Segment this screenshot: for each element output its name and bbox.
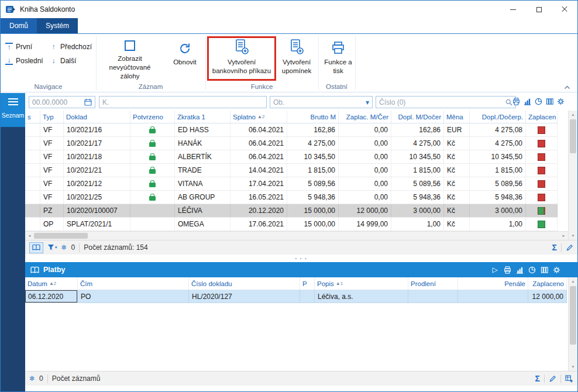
k-filter-input[interactable]: K. [99,96,267,108]
column-header-splatno[interactable]: Splatno▲2 [230,111,287,123]
create-bank-order-button[interactable]: Vytvoření bankovního příkazu [209,36,274,81]
statusbar-right: Σ [535,374,573,383]
column-header-brutto-m[interactable]: Brutto M [287,111,339,123]
table-row[interactable]: 06.12.2020POHL/2020/127Léčiva, a.s.12 00… [25,290,567,303]
column-header-datum[interactable]: Datum▲2 [25,277,78,290]
scroll-track[interactable] [34,232,559,240]
cell: 1 815,00 [287,164,339,177]
last-record-button[interactable]: ↓ Poslední [5,55,43,67]
chart-icon[interactable] [515,266,524,274]
scroll-left-arrow[interactable]: ◄ [25,232,34,240]
table-row[interactable]: VF10/2021/21TRADE14.04.20211 815,000,001… [25,164,558,177]
column-header-typ[interactable]: Typ [40,111,64,123]
column-header-prodlen[interactable]: Prodlení [408,277,458,290]
cislo-search-input[interactable]: Číslo (0) [376,96,516,108]
close-button[interactable] [552,1,577,18]
columns-icon[interactable] [540,266,548,274]
column-header-pen-le[interactable]: Penále [458,277,528,290]
grid-menu-icon[interactable] [567,97,575,105]
filter-icon[interactable]: ▾ [47,244,57,251]
cell: 15 000,00 [287,218,339,231]
snowflake-icon[interactable]: ❄ [61,243,67,252]
next-record-button[interactable]: ↓ Další [50,55,76,67]
sidebar-item-seznam[interactable]: Seznam [2,112,25,119]
column-header-zaplaceno[interactable]: Zaplaceno [528,277,567,290]
scroll-right-arrow[interactable]: ► [559,232,568,240]
columns-icon[interactable] [545,97,553,105]
platby-vertical-scrollbar[interactable]: ▲ ▼ [568,277,577,371]
scroll-down-arrow[interactable]: ▼ [569,363,577,371]
close-icon [561,6,568,13]
collapse-ribbon-chevron[interactable] [564,85,570,90]
scroll-down-arrow[interactable]: ▼ [569,232,577,240]
functions-print-button[interactable]: Funkce a tisk [321,36,355,81]
edit-icon[interactable] [566,244,573,252]
column-header-dopl-m-do-er[interactable]: Dopl. M/Dočer [391,111,444,123]
column-header-popis[interactable]: Popis▲1 [315,277,408,290]
sum-icon[interactable]: Σ [552,243,557,252]
previous-record-button[interactable]: ↑ Předchozí [50,41,92,53]
column-header-label: Dopl./Dočerp. [482,114,523,121]
table-row[interactable]: VF10/2021/25AB GROUP16.05.20215 948,360,… [25,191,558,204]
confirmed-cell [130,204,175,217]
pie-chart-icon[interactable] [534,97,542,105]
create-reminders-button[interactable]: Vytvoření upomínek [278,36,315,81]
vertical-scrollbar[interactable]: ▲ ▼ [568,111,577,240]
column-header-s[interactable]: s [25,111,40,123]
scroll-up-arrow[interactable]: ▲ [569,111,577,119]
minimize-button[interactable] [500,1,526,18]
print-icon[interactable] [503,266,511,274]
date-filter-input[interactable]: 00.00.0000 [29,96,95,108]
pie-chart-icon[interactable] [528,266,536,274]
column-header-dopl-do-erp[interactable]: Dopl./Dočerp. [470,111,526,123]
column-header-potvrzeno[interactable]: Potvrzeno [130,111,175,123]
cell: VF [40,150,64,163]
table-row[interactable]: PZ10/2020/100007LÉČIVA20.12.202015 000,0… [25,204,558,218]
scroll-thumb[interactable] [34,233,88,239]
scroll-thumb[interactable] [570,119,576,153]
detail-view-toggle[interactable] [29,242,43,253]
table-row[interactable]: VF10/2021/16ED HASS06.04.2021162,860,001… [25,123,558,137]
horizontal-scrollbar[interactable]: ◄ ► [25,231,568,240]
edit-icon[interactable] [549,375,556,383]
scroll-track[interactable] [569,286,577,363]
ob-filter-input[interactable]: Ob. ▾ [270,96,373,108]
table-row[interactable]: VF10/2021/12VITANA17.04.20215 089,560,00… [25,177,558,191]
menu-icon[interactable] [8,98,18,107]
show-unbilled-advances-button[interactable]: Zobrazit nevyúčtované zálohy [99,36,161,81]
chart-icon[interactable] [523,97,531,105]
grid-menu-icon[interactable] [565,266,572,274]
scroll-thumb[interactable] [570,286,576,345]
gear-icon[interactable] [552,266,560,274]
refresh-button[interactable]: Obnovit [167,36,203,81]
scroll-track[interactable] [569,119,577,232]
column-header-zaplacen[interactable]: Zaplacen [526,111,558,123]
scroll-up-arrow[interactable]: ▲ [569,277,577,286]
calendar-icon[interactable] [84,98,92,106]
print-icon[interactable] [512,97,520,105]
snowflake-icon[interactable]: ❄ [29,374,35,383]
column-header-zkratka-1[interactable]: Zkratka 1 [175,111,230,123]
table-row[interactable]: VF10/2021/18ALBERTÍK06.04.202110 345,500… [25,150,558,164]
table-row[interactable]: OPSPLAT/2021/1OMEGA17.06.202115 000,0014… [25,218,558,231]
gear-icon[interactable] [556,97,565,105]
first-record-button[interactable]: ↑ První [5,41,32,53]
column-header-label: s [27,114,31,121]
dropdown-icon[interactable]: ▾ [366,98,369,106]
column-header-doklad[interactable]: Doklad [64,111,130,123]
column-header-zaplac-m-er[interactable]: Zaplac. M/Čer [339,111,391,123]
maximize-button[interactable] [526,1,552,18]
column-header-m[interactable]: Čím [78,277,189,290]
column-header-slo-dokladu[interactable]: Číslo dokladu [189,277,300,290]
column-header-m-na[interactable]: Měna [444,111,470,123]
table-row[interactable]: VF10/2021/17HANÁK06.04.20214 275,000,004… [25,137,558,150]
new-record-icon[interactable] [565,375,573,383]
column-header-p[interactable]: P [300,277,315,290]
tab-domu[interactable]: Domů [1,18,37,33]
panel-splitter[interactable]: • • • [25,255,577,262]
play-icon[interactable]: ▷ [491,266,499,274]
cell: 06.04.2021 [230,123,287,136]
sum-icon[interactable]: Σ [535,374,540,383]
cell: 0,00 [339,123,391,136]
tab-system[interactable]: Systém [37,18,78,33]
